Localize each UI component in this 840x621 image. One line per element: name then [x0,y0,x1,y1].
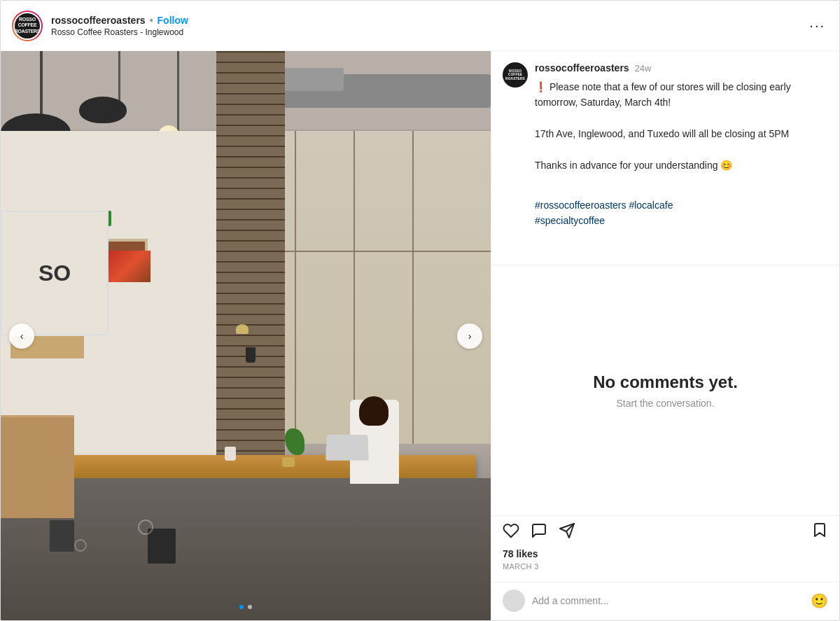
bookmark-button[interactable] [811,522,828,543]
avatar-logo: ROSSOCOFFEEROASTERS [15,13,40,39]
no-comments-subtitle: Start the conversation. [616,398,714,409]
header-info: rossocoffeeroasters • Follow Rosso Coffe… [51,15,806,37]
dot-2[interactable] [248,605,252,609]
caption-username[interactable]: rossocoffeeroasters [535,62,629,74]
header-dot: • [150,15,153,26]
likes-count: 78 likes [503,548,828,559]
post-container: ROSSOCOFFEEROASTERS rossocoffeeroasters … [0,0,840,621]
caption-line1: Please note that a few of our stores wil… [535,81,791,108]
emoji-button[interactable]: 🙂 [811,592,828,609]
right-arrow-icon: › [468,330,472,342]
caption-area: ROSSOCOFFEEROASTERS rossocoffeeroasters … [491,51,839,265]
caption-content: rossocoffeeroasters 24w ❗ Please note th… [535,62,828,229]
dot-1[interactable] [239,605,244,609]
left-arrow-icon: ‹ [20,330,24,342]
header-username[interactable]: rossocoffeeroasters [51,15,146,26]
caption-avatar[interactable]: ROSSOCOFFEEROASTERS [503,62,528,88]
caption-line2: 17th Ave, Inglewood, and Tuxedo will all… [535,128,789,139]
hashtag-1[interactable]: #rossocoffeeroasters [535,200,626,211]
no-comments-title: No comments yet. [593,372,738,392]
post-header: ROSSOCOFFEEROASTERS rossocoffeeroasters … [1,1,839,51]
post-image-section: EXIT SO [1,51,491,620]
commenter-avatar [503,589,525,612]
actions-bar: 78 likes MARCH 3 [491,515,839,582]
post-date: MARCH 3 [503,562,828,571]
avatar-ring[interactable]: ROSSOCOFFEEROASTERS [12,11,43,41]
like-button[interactable] [503,522,519,542]
alert-emoji: ❗ [535,81,547,92]
cafe-image: EXIT SO [1,51,491,620]
post-body: EXIT SO [1,51,839,620]
caption-hashtags: #rossocoffeeroasters #localcafe #special… [535,197,828,229]
action-icons-left [503,522,575,542]
comment-input-row: 🙂 [491,582,839,620]
post-content-section: ROSSOCOFFEEROASTERS rossocoffeeroasters … [491,51,839,620]
caption-text: ❗ Please note that a few of our stores w… [535,79,828,229]
caption-line3: Thanks in advance for your understanding… [535,160,732,171]
header-location: Rosso Coffee Roasters - Inglewood [51,27,806,37]
more-options-button[interactable]: ··· [806,18,828,34]
comment-button[interactable] [531,522,547,542]
action-icons-row [503,522,828,543]
image-dots-indicator [239,605,252,609]
hashtag-3[interactable]: #specialtycoffee [535,215,605,226]
next-image-button[interactable]: › [457,323,482,349]
prev-image-button[interactable]: ‹ [9,323,34,349]
hashtag-2[interactable]: #localcafe [629,200,673,211]
comment-input[interactable] [532,595,804,606]
share-button[interactable] [559,522,575,542]
caption-time: 24w [635,63,652,74]
no-comments-section: No comments yet. Start the conversation. [491,265,839,515]
follow-button[interactable]: Follow [158,15,188,26]
